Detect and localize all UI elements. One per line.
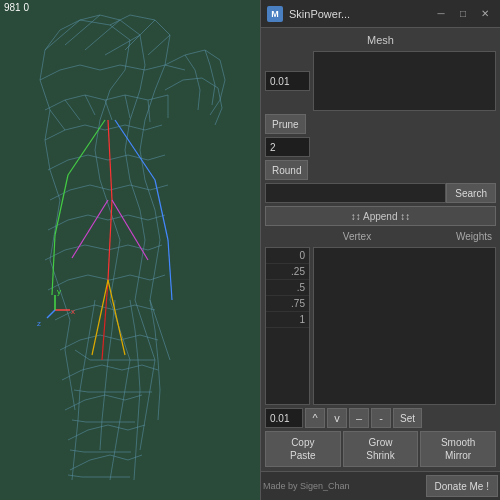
footer: Made by Sigen_Chan Donate Me ! <box>261 471 500 500</box>
stepper-minus1-button[interactable]: – <box>349 408 369 428</box>
footer-text: Made by Sigen_Chan <box>263 481 350 491</box>
stepper-row: ^ v – - Set <box>265 408 496 428</box>
search-row: Search <box>265 183 496 203</box>
minimize-button[interactable]: ─ <box>432 6 450 22</box>
vertex-item-1[interactable]: 1 <box>266 312 309 328</box>
prune-row <box>265 51 496 111</box>
vertex-item-25[interactable]: .25 <box>266 264 309 280</box>
smooth-label: Smooth <box>423 436 493 449</box>
prune-btn-row: Prune <box>265 114 496 134</box>
append-row: ↕↕ Append ↕↕ <box>265 206 496 226</box>
weights-column-label: Weights <box>404 229 496 244</box>
prune-value-input[interactable] <box>265 71 310 91</box>
panel-content: Mesh Prune Round Search <box>261 28 500 471</box>
action-buttons: Copy Paste Grow Shrink Smooth Mirror <box>265 431 496 467</box>
paste-label: Paste <box>268 449 338 462</box>
svg-text:x: x <box>71 307 75 316</box>
vertex-item-75[interactable]: .75 <box>266 296 309 312</box>
shrink-label: Shrink <box>346 449 416 462</box>
donate-button[interactable]: Donate Me ! <box>426 475 498 497</box>
columns-header: Vertex Weights <box>265 229 496 244</box>
titlebar: M SkinPower... ─ □ ✕ <box>261 0 500 28</box>
app-icon: M <box>267 6 283 22</box>
round-value-input[interactable] <box>265 137 310 157</box>
grow-label: Grow <box>346 436 416 449</box>
stepper-up-button[interactable]: ^ <box>305 408 325 428</box>
svg-text:y: y <box>57 287 61 296</box>
copy-paste-button[interactable]: Copy Paste <box>265 431 341 467</box>
round-button[interactable]: Round <box>265 160 308 180</box>
mirror-label: Mirror <box>423 449 493 462</box>
round-row <box>265 137 496 157</box>
copy-label: Copy <box>268 436 338 449</box>
svg-rect-0 <box>0 0 260 500</box>
panel: M SkinPower... ─ □ ✕ Mesh Prune <box>260 0 500 500</box>
stepper-minus2-button[interactable]: - <box>371 408 391 428</box>
vertex-weights-area: 0 .25 .5 .75 1 <box>265 247 496 405</box>
vertex-item-5[interactable]: .5 <box>266 280 309 296</box>
vertex-column-label: Vertex <box>313 229 401 244</box>
round-btn-row: Round <box>265 160 496 180</box>
close-button[interactable]: ✕ <box>476 6 494 22</box>
mesh-list <box>313 51 496 111</box>
stepper-down-button[interactable]: v <box>327 408 347 428</box>
viewport[interactable]: x y z 981 0 <box>0 0 260 500</box>
set-button[interactable]: Set <box>393 408 422 428</box>
search-button[interactable]: Search <box>446 183 496 203</box>
viewport-info: 981 0 <box>4 2 29 13</box>
vertex-list: 0 .25 .5 .75 1 <box>265 247 310 405</box>
weights-list <box>313 247 496 405</box>
stepper-input[interactable] <box>265 408 303 428</box>
maximize-button[interactable]: □ <box>454 6 472 22</box>
mesh-canvas: x y z <box>0 0 260 500</box>
prune-button[interactable]: Prune <box>265 114 306 134</box>
grow-shrink-button[interactable]: Grow Shrink <box>343 431 419 467</box>
svg-text:z: z <box>37 319 41 328</box>
append-button[interactable]: ↕↕ Append ↕↕ <box>265 206 496 226</box>
window-title: SkinPower... <box>289 8 432 20</box>
search-area <box>265 183 446 203</box>
window-controls: ─ □ ✕ <box>432 6 494 22</box>
vertex-item-0[interactable]: 0 <box>266 248 309 264</box>
smooth-mirror-button[interactable]: Smooth Mirror <box>420 431 496 467</box>
mesh-section-header: Mesh <box>265 32 496 48</box>
